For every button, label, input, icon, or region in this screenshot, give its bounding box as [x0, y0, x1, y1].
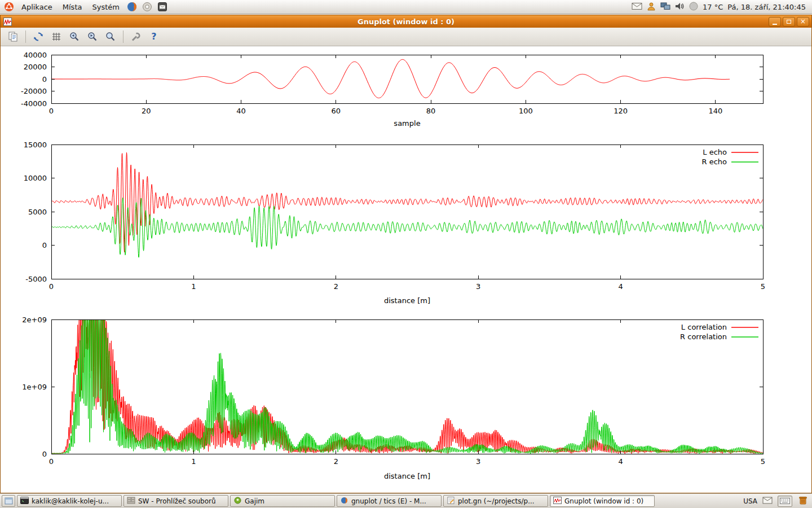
top-panel: Aplikace Místa Systém [0, 0, 812, 14]
gnuplot-window: Gnuplot (window id : 0) × [0, 15, 812, 493]
desktop: Aplikace Místa Systém [0, 0, 812, 508]
x-tick-label: 4 [618, 282, 623, 291]
y-tick-label: -20000 [21, 87, 47, 95]
show-desktop-button[interactable] [2, 495, 15, 507]
x-tick-label: 140 [708, 107, 722, 115]
help-launcher-icon[interactable] [140, 1, 155, 13]
y-tick-label: 0 [42, 75, 47, 84]
series-chirp [51, 59, 730, 98]
x-tick-label: 60 [332, 107, 341, 115]
trash-icon[interactable] [797, 495, 809, 507]
x-tick-label: 5 [761, 282, 765, 291]
menu-system[interactable]: Systém [87, 1, 123, 13]
series-l-correlation [51, 319, 763, 454]
taskbar-item-file-manager[interactable]: SW - Prohlížeč souborů [123, 495, 228, 507]
mail-indicator-icon[interactable] [632, 2, 642, 12]
y-tick-label: 0 [42, 450, 47, 458]
y-tick-label: 20000 [24, 63, 47, 71]
ubuntu-logo-icon[interactable] [2, 1, 16, 13]
taskbar-tray: USA [743, 495, 810, 507]
temperature-label[interactable]: 17 °C [703, 3, 723, 11]
toolbar-separator [25, 30, 26, 43]
x-axis-label: distance [m] [384, 296, 430, 305]
text-editor-icon [447, 497, 455, 506]
echo-chart[interactable]: 012345-5000050001000015000distance [m]L … [1, 133, 812, 310]
taskbar-item-label: plot.gn (~/projects/p... [458, 497, 535, 505]
taskbar-item-firefox[interactable]: gnuplot / tics (E) - M... [337, 495, 442, 507]
clock-label[interactable]: Pá, 18. září, 21:40:45 [727, 3, 806, 11]
y-tick-label: -5000 [25, 275, 47, 283]
grid-button[interactable] [48, 29, 64, 45]
terminal-icon [20, 497, 29, 506]
copy-button[interactable] [5, 29, 21, 45]
x-tick-label: 1 [191, 282, 196, 291]
y-tick-label: 2e+09 [22, 316, 47, 324]
x-tick-label: 0 [49, 457, 54, 466]
displays-icon[interactable] [660, 2, 670, 12]
x-axis-label: distance [m] [384, 472, 430, 480]
taskbar-item-label: SW - Prohlížeč souborů [138, 497, 216, 505]
x-tick-label: 100 [519, 107, 533, 115]
gajim-icon [233, 497, 242, 506]
y-tick-label: 40000 [24, 51, 47, 59]
window-controls: × [769, 17, 809, 27]
x-tick-label: 80 [426, 107, 436, 115]
menu-applications[interactable]: Aplikace [17, 1, 57, 13]
configure-button[interactable] [128, 29, 144, 45]
x-tick-label: 5 [761, 457, 765, 466]
maximize-button[interactable] [783, 17, 795, 27]
x-tick-label: 0 [49, 282, 54, 291]
toolbar: ? [1, 28, 811, 46]
legend-label: L correlation [681, 323, 727, 331]
x-tick-label: 120 [614, 107, 628, 115]
taskbar-item-gajim[interactable]: Gajim [230, 495, 335, 507]
replot-button[interactable] [30, 29, 46, 45]
user-switcher-icon[interactable] [647, 2, 656, 12]
autoscale-button[interactable] [103, 29, 118, 45]
taskbar-item-label: kaklik@kaklik-kolej-u... [32, 497, 109, 505]
legend-label: R correlation [680, 332, 727, 341]
file-manager-icon [127, 497, 135, 506]
gnuplot-icon [553, 497, 562, 506]
taskbar-item-label: Gajim [245, 497, 264, 505]
taskbar: kaklik@kaklik-kolej-u... SW - Prohlížeč … [0, 493, 812, 508]
taskbar-item-label: gnuplot / tics (E) - M... [351, 497, 426, 505]
zoom-previous-button[interactable] [67, 29, 82, 45]
y-tick-label: 0 [42, 241, 47, 249]
chirp-chart[interactable]: 020406080100120140-40000-200000200004000… [1, 47, 812, 133]
svg-text:?: ? [151, 31, 156, 42]
email-launcher-icon[interactable] [156, 1, 170, 13]
taskbar-item-label: Gnuplot (window id : 0) [564, 497, 643, 505]
x-tick-label: 4 [618, 457, 623, 466]
taskbar-item-editor[interactable]: plot.gn (~/projects/p... [443, 495, 548, 507]
plot-surface: 020406080100120140-40000-200000200004000… [1, 47, 811, 493]
keyboard-icon[interactable] [778, 496, 792, 507]
window-title: Gnuplot (window id : 0) [1, 17, 811, 26]
keyboard-layout-indicator[interactable]: USA [743, 497, 757, 505]
menu-places[interactable]: Místa [58, 1, 87, 13]
mail-tray-icon[interactable] [762, 497, 773, 506]
x-tick-label: 40 [236, 107, 246, 115]
help-button[interactable]: ? [146, 29, 162, 45]
volume-icon[interactable] [675, 2, 685, 12]
legend-label: L echo [703, 148, 727, 156]
firefox-launcher-icon[interactable] [125, 1, 139, 13]
x-axis-label: sample [394, 119, 420, 128]
close-button[interactable]: × [797, 17, 809, 27]
taskbar-item-gnuplot[interactable]: Gnuplot (window id : 0) [550, 495, 655, 507]
plot-frame [51, 144, 763, 279]
taskbar-item-terminal[interactable]: kaklik@kaklik-kolej-u... [17, 495, 122, 507]
titlebar[interactable]: Gnuplot (window id : 0) × [1, 15, 811, 28]
y-tick-label: -40000 [21, 99, 47, 108]
weather-icon[interactable] [689, 2, 698, 12]
x-tick-label: 2 [334, 457, 338, 466]
zoom-next-button[interactable] [85, 29, 100, 45]
x-tick-label: 3 [476, 282, 480, 291]
y-tick-label: 5000 [28, 208, 47, 216]
x-tick-label: 1 [191, 457, 196, 466]
minimize-button[interactable] [769, 17, 781, 27]
correlation-chart[interactable]: 01234501e+092e+09distance [m]L correlati… [1, 310, 812, 487]
series-l-echo [51, 152, 763, 252]
toolbar-separator [123, 30, 123, 43]
x-tick-label: 20 [142, 107, 151, 115]
